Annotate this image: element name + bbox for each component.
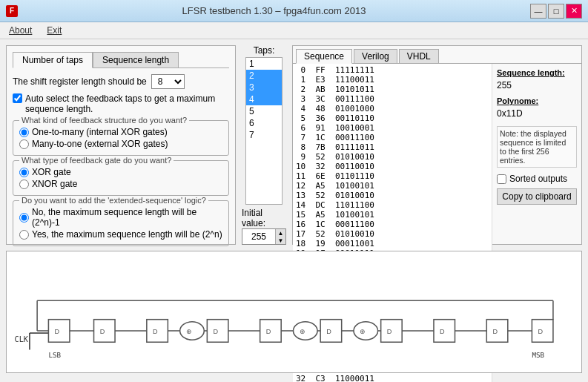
svg-point-18 [293,322,317,340]
tap-item-2[interactable]: 2 [246,70,282,82]
polynom-label: Polynome: [497,96,577,105]
svg-text:D: D [387,328,392,335]
gate-xor-row: XOR gate [19,167,222,177]
right-tab-header: Sequence Verilog VHDL [293,46,581,64]
tab-sequence[interactable]: Sequence [296,49,352,64]
copy-clipboard-button[interactable]: Copy to clipboard [497,188,577,205]
initial-value-row: Initial value: 255 ▲ ▼ [242,208,286,245]
svg-text:D: D [100,328,105,335]
feedback-structure-box: What kind of feedback structure do you w… [13,120,229,156]
sorted-outputs-checkbox[interactable] [497,174,506,184]
extended-no-label: No, the maximum sequence length will be … [32,207,222,228]
feedback-many-to-one-row: Many-to-one (external XOR gates) [19,139,222,149]
feedback-structure-label: What kind of feedback structure do you w… [19,116,189,125]
app-icon: F [6,5,18,17]
svg-point-12 [180,322,205,340]
left-panel: Number of taps Sequence length The shift… [6,45,236,245]
menu-exit[interactable]: Exit [44,24,65,36]
initial-value-display: 255 [242,231,275,243]
svg-text:D: D [492,328,498,335]
taps-list[interactable]: 1234567 [245,57,283,205]
menu-about[interactable]: About [6,24,35,36]
extended-yes-label: Yes, the maximum sequence length will be… [32,229,222,240]
sequence-length-label: Sequence length: [497,68,577,77]
extended-no-row: No, the maximum sequence length will be … [19,207,222,228]
sorted-outputs-row: Sorted outputs [497,174,577,184]
feedback-one-to-many-radio[interactable] [19,128,29,137]
shift-register-select[interactable]: 8 [151,74,185,89]
feedback-many-to-one-label: Many-to-one (external XOR gates) [32,139,168,149]
feedback-one-to-many-label: One-to-many (internal XOR gates) [32,127,168,137]
spin-arrows: ▲ ▼ [275,229,285,244]
spin-up[interactable]: ▲ [275,229,285,237]
circuit-panel: CLK LSB MSB D D D ⊕ D D ⊕ D [6,251,582,373]
auto-select-checkbox[interactable] [13,93,22,103]
feedback-one-to-many-row: One-to-many (internal XOR gates) [19,127,222,137]
initial-value-spinner[interactable]: 255 ▲ ▼ [242,228,286,245]
menu-bar: About Exit [0,22,588,39]
svg-text:⊕: ⊕ [186,328,192,335]
title-bar: F LFSR testbench 1.30 – fpga4fun.com 201… [0,0,588,22]
tap-item-5[interactable]: 5 [246,105,282,117]
gate-xnor-radio[interactable] [19,180,29,189]
svg-text:⊕: ⊕ [360,328,366,335]
extended-sequence-label: Do you want to add the 'extended-sequenc… [19,196,208,205]
extended-sequence-box: Do you want to add the 'extended-sequenc… [13,200,229,246]
auto-select-label: Auto select the feedback taps to get a m… [25,93,229,114]
tap-item-1[interactable]: 1 [246,58,282,70]
extended-yes-radio[interactable] [19,230,29,240]
svg-text:D: D [538,328,544,335]
title-buttons: — □ ✕ [530,4,582,19]
main-content: Number of taps Sequence length The shift… [0,39,588,251]
tap-item-4[interactable]: 4 [246,93,282,105]
window-title: LFSR testbench 1.30 – fpga4fun.com 2013 [18,5,530,16]
tap-item-6[interactable]: 6 [246,117,282,129]
svg-text:MSB: MSB [532,351,544,359]
tab-number-of-taps[interactable]: Number of taps [13,52,93,68]
auto-select-row: Auto select the feedback taps to get a m… [13,93,229,114]
gate-xor-label: XOR gate [32,167,71,177]
minimize-button[interactable]: — [530,4,546,19]
svg-text:D: D [266,328,271,335]
svg-text:D: D [55,328,60,335]
tap-item-7[interactable]: 7 [246,129,282,141]
close-button[interactable]: ✕ [566,4,582,19]
taps-label: Taps: [254,45,275,56]
feedback-many-to-one-radio[interactable] [19,139,29,149]
tab-vhdl[interactable]: VHDL [399,49,439,63]
spin-down[interactable]: ▼ [275,237,285,244]
svg-text:⊕: ⊕ [300,328,305,335]
circuit-diagram: CLK LSB MSB D D D ⊕ D D ⊕ D [7,251,581,372]
note-text: Note: the displayed sequence is limited … [497,126,577,168]
svg-text:D: D [440,328,445,335]
gate-xor-radio[interactable] [19,168,29,177]
svg-text:D: D [213,328,218,335]
maximize-button[interactable]: □ [548,4,564,19]
extended-yes-row: Yes, the maximum sequence length will be… [19,229,222,240]
sorted-outputs-label: Sorted outputs [509,174,567,184]
svg-text:D: D [326,328,331,335]
svg-point-22 [354,322,378,340]
tab-verilog[interactable]: Verilog [354,49,397,63]
tap-item-3[interactable]: 3 [246,82,282,93]
gate-xnor-row: XNOR gate [19,179,222,189]
svg-text:CLK: CLK [15,335,29,343]
tab-sequence-length[interactable]: Sequence length [93,52,179,67]
taps-panel: Taps: 1234567 Initial value: 255 ▲ ▼ [242,45,286,245]
svg-text:D: D [153,328,158,335]
shift-register-label: The shift register length should be [13,76,147,87]
right-panel: Sequence Verilog VHDL 0 FF 11111111 1 E3… [292,45,582,245]
feedback-gate-box: What type of feedback gate do you want? … [13,160,229,196]
extended-no-radio[interactable] [19,213,29,223]
shift-register-row: The shift register length should be 8 [13,74,229,89]
gate-xnor-label: XNOR gate [32,179,77,189]
polynom-value: 0x11D [497,108,577,119]
svg-text:LSB: LSB [48,351,61,359]
left-tab-header: Number of taps Sequence length [13,52,229,68]
feedback-gate-label: What type of feedback gate do you want? [19,156,174,165]
svg-rect-0 [7,251,581,372]
sequence-length-value: 255 [497,80,577,90]
initial-value-label: Initial value: [242,208,286,228]
